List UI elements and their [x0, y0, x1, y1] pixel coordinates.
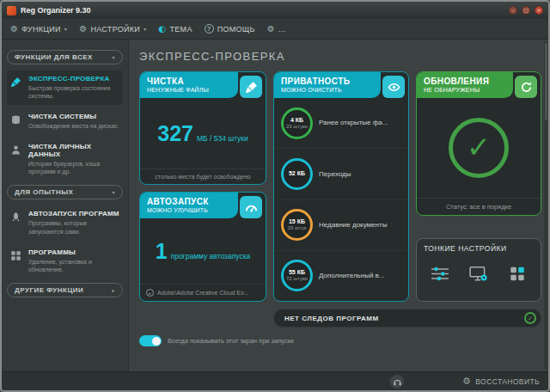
no-traces-row: НЕТ СЛЕДОВ ПРОГРАММ ✓ [273, 309, 541, 328]
privacy-card-subtitle: МОЖНО ОЧИСТИТЬ [281, 87, 376, 93]
cards-row: ЧИСТКА НЕНУЖНЫЕ ФАЙЛЫ 327МБ / 534 штуки … [139, 71, 540, 302]
privacy-card[interactable]: ПРИВАТНОСТЬ МОЖНО ОЧИСТИТЬ 4 КБ 23 штуки [273, 71, 409, 302]
updates-ok-circle: ✓ [449, 118, 509, 178]
gear-icon: ⚙ [79, 25, 87, 34]
privacy-label: Ранее открытые фа... [319, 119, 388, 127]
sidebar-item-personal-data-clean[interactable]: ЧИСТКА ЛИЧНЫХ ДАННЫХ Истории браузеров, … [7, 138, 123, 181]
content-scrollbar[interactable] [544, 41, 548, 370]
gear-icon: ⚙ [462, 376, 471, 387]
sidebar-item-desc: Программы, которые запускаются сами. [28, 219, 119, 235]
sidebar-header-label: ДЛЯ ОПЫТНЫХ [15, 188, 73, 196]
privacy-label: Переходы [319, 170, 351, 179]
chevron-down-icon: ▾ [64, 26, 67, 32]
menu-help-label: ПОМОЩЬ [217, 25, 255, 34]
privacy-count: 72 штуки [286, 276, 308, 282]
privacy-size: 55 КБ [289, 269, 305, 276]
close-icon: × [536, 8, 541, 13]
sidebar-item-autorun-programs[interactable]: АВТОЗАПУСК ПРОГРАММ Программы, которые з… [7, 205, 123, 240]
startup-toggle[interactable] [139, 335, 162, 346]
sidebar-header-other-functions[interactable]: ДРУГИЕ ФУНКЦИИ ▸ [7, 283, 123, 297]
titlebar[interactable]: Reg Organizer 9.30 – □ × [2, 2, 548, 19]
sidebar-item-express-check[interactable]: ЭКСПРЕСС-ПРОВЕРКА Быстрая проверка состо… [7, 70, 123, 105]
sidebar-item-desc: Истории браузеров, кэша программ и др. [28, 160, 119, 175]
cleanup-footer: столько места будет освобождено [140, 168, 266, 184]
gauge-icon [240, 196, 262, 218]
privacy-size: 4 КБ [290, 117, 303, 124]
close-button[interactable]: × [535, 6, 543, 15]
sidebar-header-functions-for-all[interactable]: ФУНКЦИИ ДЛЯ ВСЕХ ▾ [7, 50, 123, 64]
refresh-icon [515, 76, 537, 98]
privacy-card-header: ПРИВАТНОСТЬ МОЖНО ОЧИСТИТЬ [274, 72, 381, 98]
sidebar-item-label: ЭКСПРЕСС-ПРОВЕРКА [28, 75, 119, 83]
privacy-row[interactable]: 4 КБ 23 штуки Ранее открытые фа... [274, 98, 408, 149]
autorun-value: 1 [156, 239, 168, 263]
sidebar-item-system-clean[interactable]: ЧИСТКА СИСТЕМЫ Освобождение места на дис… [7, 108, 123, 135]
column-left: ЧИСТКА НЕНУЖНЫЕ ФАЙЛЫ 327МБ / 534 штуки … [139, 71, 266, 302]
autorun-unit: программу автозапуска [171, 252, 251, 260]
menu-theme[interactable]: ◐ ТЕМА [158, 25, 192, 34]
sidebar-header-advanced[interactable]: ДЛЯ ОПЫТНЫХ ▾ [7, 185, 123, 199]
sidebar-item-programs[interactable]: ПРОГРАММЫ Удаление, установка и обновлен… [7, 244, 123, 279]
scrollbar-thumb [545, 43, 547, 120]
autorun-card-title: АВТОЗАПУСК [147, 197, 233, 206]
privacy-row[interactable]: 52 КБ Переходы [274, 149, 408, 199]
privacy-ring: 15 КБ 29 штук [281, 209, 313, 241]
no-traces-bar[interactable]: НЕТ СЛЕДОВ ПРОГРАММ ✓ [273, 309, 541, 328]
updates-status: Статус: все в порядке [417, 198, 541, 215]
menu-settings[interactable]: ⚙ НАСТРОЙКИ ▾ [79, 25, 146, 34]
app-logo-icon [7, 6, 16, 15]
sidebar-header-label: ФУНКЦИИ ДЛЯ ВСЕХ [15, 53, 93, 61]
privacy-row[interactable]: 55 КБ 72 штуки Дополнительный в... [274, 251, 408, 301]
app-window: Reg Organizer 9.30 – □ × ⚙ ФУНКЦИИ ▾ ⚙ Н… [0, 0, 550, 392]
menu-more[interactable]: ⚙ ... [267, 25, 286, 34]
page-title: ЭКСПРЕСС-ПРОВЕРКА [139, 50, 540, 63]
maximize-button[interactable]: □ [522, 6, 530, 15]
privacy-ring: 4 КБ 23 штуки [281, 107, 313, 139]
privacy-ring: 52 КБ [281, 158, 313, 190]
support-headset-icon[interactable] [390, 375, 404, 389]
sidebar-item-label: АВТОЗАПУСК ПРОГРАММ [28, 210, 119, 217]
sidebar-item-label: ПРОГРАММЫ [28, 248, 119, 256]
fine-settings-icons [424, 253, 534, 296]
updates-card[interactable]: ОБНОВЛЕНИЯ НЕ ОБНАРУЖЕНЫ ✓ Статус: все в… [416, 71, 541, 216]
cleanup-card-title: ЧИСТКА [147, 77, 233, 86]
restore-button[interactable]: ⚙ ВОССТАНОВИТЬ [462, 376, 540, 387]
autorun-app-path: Adobe\Adobe Creative Cloud Ex... [157, 290, 249, 296]
menu-settings-label: НАСТРОЙКИ [90, 25, 140, 34]
privacy-row[interactable]: 15 КБ 29 штук Недавние документы [274, 200, 408, 251]
help-icon: ? [205, 24, 214, 34]
privacy-card-title: ПРИВАТНОСТЬ [281, 77, 376, 86]
sidebar-item-desc: Удаление, установка и обновление. [28, 258, 119, 273]
display-settings-icon[interactable] [469, 266, 488, 285]
apps-grid-icon [10, 248, 23, 265]
sidebar-header-label: ДРУГИЕ ФУНКЦИИ [15, 286, 83, 294]
column-middle: ПРИВАТНОСТЬ МОЖНО ОЧИСТИТЬ 4 КБ 23 штуки [273, 71, 409, 302]
menu-functions-label: ФУНКЦИИ [21, 25, 61, 34]
apps-grid-icon[interactable] [508, 266, 527, 285]
privacy-label: Дополнительный в... [319, 272, 385, 280]
privacy-ring: 55 КБ 72 штуки [281, 260, 313, 291]
sidebar-item-desc: Быстрая проверка состояния системы. [28, 84, 119, 100]
cleanup-card[interactable]: ЧИСТКА НЕНУЖНЫЕ ФАЙЛЫ 327МБ / 534 штуки … [139, 71, 266, 185]
broom-icon [240, 76, 262, 98]
check-icon: ✓ [467, 132, 492, 163]
sidebar-item-label: ЧИСТКА СИСТЕМЫ [28, 113, 119, 120]
autorun-card[interactable]: АВТОЗАПУСК МОЖНО УЛУЧШИТЬ 1программу авт… [139, 192, 266, 302]
run-arrow-icon: ▸ [146, 289, 154, 297]
column-right: ОБНОВЛЕНИЯ НЕ ОБНАРУЖЕНЫ ✓ Статус: все в… [416, 71, 541, 302]
sliders-icon[interactable] [431, 266, 449, 285]
chevron-down-icon: ▾ [144, 26, 146, 32]
toggle-knob [152, 337, 161, 346]
menu-help[interactable]: ? ПОМОЩЬ [205, 24, 255, 34]
fine-settings-title: ТОНКИЕ НАСТРОЙКИ [424, 244, 534, 253]
updates-card-header: ОБНОВЛЕНИЯ НЕ ОБНАРУЖЕНЫ [417, 72, 513, 98]
privacy-rows: 4 КБ 23 штуки Ранее открытые фа... 52 КБ [274, 98, 408, 301]
minimize-button[interactable]: – [509, 6, 517, 15]
menu-functions[interactable]: ⚙ ФУНКЦИИ ▾ [10, 25, 67, 34]
autorun-card-subtitle: МОЖНО УЛУЧШИТЬ [147, 207, 233, 213]
privacy-count: 23 штуки [286, 124, 308, 130]
updates-card-subtitle: НЕ ОБНАРУЖЕНЫ [424, 87, 508, 93]
cleanup-card-subtitle: НЕНУЖНЫЕ ФАЙЛЫ [147, 87, 233, 93]
no-traces-label: НЕТ СЛЕДОВ ПРОГРАММ [284, 315, 379, 322]
sidebar-item-desc: Освобождение места на дисках. [28, 122, 119, 130]
